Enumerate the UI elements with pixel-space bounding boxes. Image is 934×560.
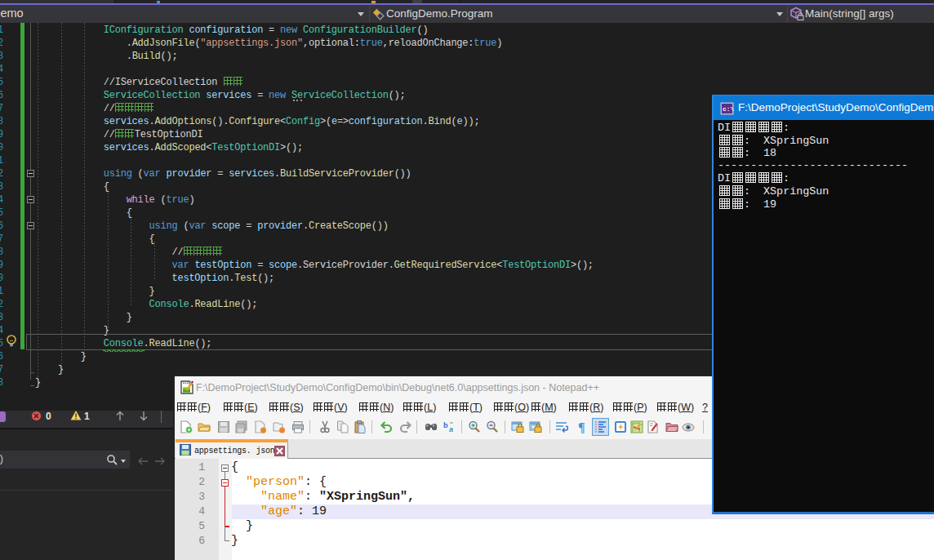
svg-text:¶: ¶ bbox=[578, 420, 585, 433]
svg-text:c:\: c:\ bbox=[723, 105, 734, 113]
svg-text:b: b bbox=[443, 421, 448, 429]
